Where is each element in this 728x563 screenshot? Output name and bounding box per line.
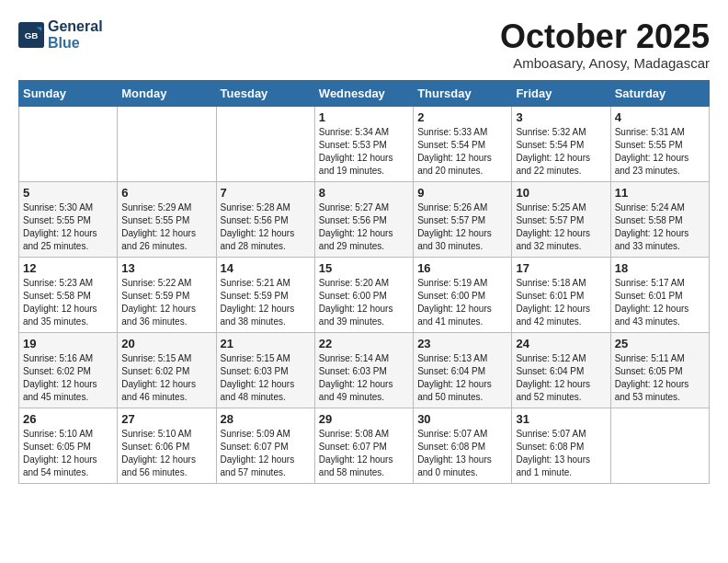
calendar-cell: 2Sunrise: 5:33 AM Sunset: 5:54 PM Daylig… [414, 106, 512, 181]
day-content: Sunrise: 5:07 AM Sunset: 6:08 PM Dayligh… [516, 428, 606, 479]
calendar-cell: 15Sunrise: 5:20 AM Sunset: 6:00 PM Dayli… [314, 257, 413, 332]
calendar-cell: 16Sunrise: 5:19 AM Sunset: 6:00 PM Dayli… [414, 257, 512, 332]
calendar-cell: 12Sunrise: 5:23 AM Sunset: 5:58 PM Dayli… [19, 257, 118, 332]
calendar-cell: 19Sunrise: 5:16 AM Sunset: 6:02 PM Dayli… [19, 332, 118, 408]
weekday-header-row: SundayMondayTuesdayWednesdayThursdayFrid… [19, 80, 710, 106]
calendar-cell: 4Sunrise: 5:31 AM Sunset: 5:55 PM Daylig… [610, 106, 709, 181]
calendar-cell: 14Sunrise: 5:21 AM Sunset: 5:59 PM Dayli… [216, 257, 314, 332]
day-content: Sunrise: 5:14 AM Sunset: 6:03 PM Dayligh… [319, 352, 409, 404]
calendar-cell: 20Sunrise: 5:15 AM Sunset: 6:02 PM Dayli… [118, 332, 216, 408]
calendar-cell: 25Sunrise: 5:11 AM Sunset: 6:05 PM Dayli… [610, 332, 709, 408]
logo: GB General Blue [18, 18, 103, 51]
day-content: Sunrise: 5:21 AM Sunset: 5:59 PM Dayligh… [221, 277, 311, 328]
day-number: 6 [121, 186, 211, 200]
location-subtitle: Amboasary, Anosy, Madagascar [500, 55, 710, 71]
logo-icon: GB [18, 22, 44, 48]
day-number: 3 [516, 110, 606, 124]
day-content: Sunrise: 5:15 AM Sunset: 6:03 PM Dayligh… [221, 352, 311, 404]
calendar-cell: 22Sunrise: 5:14 AM Sunset: 6:03 PM Dayli… [314, 332, 413, 408]
day-number: 27 [121, 412, 211, 426]
svg-text:GB: GB [25, 30, 39, 40]
day-content: Sunrise: 5:07 AM Sunset: 6:08 PM Dayligh… [417, 428, 507, 479]
day-content: Sunrise: 5:24 AM Sunset: 5:58 PM Dayligh… [615, 201, 705, 253]
day-number: 16 [417, 261, 507, 275]
calendar-cell: 23Sunrise: 5:13 AM Sunset: 6:04 PM Dayli… [414, 332, 512, 408]
day-content: Sunrise: 5:33 AM Sunset: 5:54 PM Dayligh… [417, 126, 507, 178]
day-number: 15 [319, 261, 409, 275]
calendar-title-area: October 2025 Amboasary, Anosy, Madagasca… [500, 18, 710, 71]
weekday-header-saturday: Saturday [610, 80, 709, 106]
weekday-header-thursday: Thursday [414, 80, 512, 106]
day-content: Sunrise: 5:12 AM Sunset: 6:04 PM Dayligh… [516, 352, 606, 404]
day-number: 4 [615, 110, 705, 124]
day-number: 31 [516, 412, 606, 426]
calendar-cell: 26Sunrise: 5:10 AM Sunset: 6:05 PM Dayli… [19, 408, 118, 483]
day-content: Sunrise: 5:09 AM Sunset: 6:07 PM Dayligh… [221, 428, 311, 479]
day-content: Sunrise: 5:10 AM Sunset: 6:05 PM Dayligh… [23, 428, 113, 479]
day-number: 30 [417, 412, 507, 426]
day-content: Sunrise: 5:27 AM Sunset: 5:56 PM Dayligh… [319, 201, 409, 253]
calendar-cell: 21Sunrise: 5:15 AM Sunset: 6:03 PM Dayli… [216, 332, 314, 408]
day-number: 17 [516, 261, 606, 275]
calendar-cell: 5Sunrise: 5:30 AM Sunset: 5:55 PM Daylig… [19, 181, 118, 257]
month-title: October 2025 [500, 18, 710, 55]
calendar-cell: 29Sunrise: 5:08 AM Sunset: 6:07 PM Dayli… [314, 408, 413, 483]
calendar-cell: 10Sunrise: 5:25 AM Sunset: 5:57 PM Dayli… [512, 181, 610, 257]
day-content: Sunrise: 5:34 AM Sunset: 5:53 PM Dayligh… [319, 126, 409, 178]
day-content: Sunrise: 5:28 AM Sunset: 5:56 PM Dayligh… [221, 201, 311, 253]
day-number: 18 [615, 261, 705, 275]
day-number: 12 [23, 261, 113, 275]
calendar-cell: 27Sunrise: 5:10 AM Sunset: 6:06 PM Dayli… [118, 408, 216, 483]
calendar-body: 1Sunrise: 5:34 AM Sunset: 5:53 PM Daylig… [19, 106, 710, 483]
day-number: 8 [319, 186, 409, 200]
calendar-cell: 9Sunrise: 5:26 AM Sunset: 5:57 PM Daylig… [414, 181, 512, 257]
calendar-week-row: 12Sunrise: 5:23 AM Sunset: 5:58 PM Dayli… [19, 257, 710, 332]
day-number: 22 [319, 337, 409, 350]
day-number: 10 [516, 186, 606, 200]
day-number: 7 [221, 186, 311, 200]
day-number: 5 [23, 186, 113, 200]
day-number: 13 [121, 261, 211, 275]
day-number: 21 [221, 337, 311, 350]
day-number: 1 [319, 110, 409, 124]
calendar-cell: 31Sunrise: 5:07 AM Sunset: 6:08 PM Dayli… [512, 408, 610, 483]
day-content: Sunrise: 5:15 AM Sunset: 6:02 PM Dayligh… [121, 352, 211, 404]
calendar-cell [19, 106, 118, 181]
day-content: Sunrise: 5:32 AM Sunset: 5:54 PM Dayligh… [516, 126, 606, 178]
day-content: Sunrise: 5:20 AM Sunset: 6:00 PM Dayligh… [319, 277, 409, 328]
calendar-cell: 6Sunrise: 5:29 AM Sunset: 5:55 PM Daylig… [118, 181, 216, 257]
calendar-cell [610, 408, 709, 483]
day-number: 9 [417, 186, 507, 200]
day-content: Sunrise: 5:13 AM Sunset: 6:04 PM Dayligh… [417, 352, 507, 404]
calendar-week-row: 1Sunrise: 5:34 AM Sunset: 5:53 PM Daylig… [19, 106, 710, 181]
day-content: Sunrise: 5:31 AM Sunset: 5:55 PM Dayligh… [615, 126, 705, 178]
day-number: 28 [221, 412, 311, 426]
calendar-cell: 18Sunrise: 5:17 AM Sunset: 6:01 PM Dayli… [610, 257, 709, 332]
calendar-cell: 28Sunrise: 5:09 AM Sunset: 6:07 PM Dayli… [216, 408, 314, 483]
day-number: 11 [615, 186, 705, 200]
calendar-cell: 3Sunrise: 5:32 AM Sunset: 5:54 PM Daylig… [512, 106, 610, 181]
day-content: Sunrise: 5:10 AM Sunset: 6:06 PM Dayligh… [121, 428, 211, 479]
day-content: Sunrise: 5:30 AM Sunset: 5:55 PM Dayligh… [23, 201, 113, 253]
day-content: Sunrise: 5:11 AM Sunset: 6:05 PM Dayligh… [615, 352, 705, 404]
day-number: 29 [319, 412, 409, 426]
logo-text-blue: Blue [48, 35, 103, 52]
day-content: Sunrise: 5:22 AM Sunset: 5:59 PM Dayligh… [121, 277, 211, 328]
calendar-cell [216, 106, 314, 181]
weekday-header-sunday: Sunday [19, 80, 118, 106]
calendar-cell [118, 106, 216, 181]
weekday-header-wednesday: Wednesday [314, 80, 413, 106]
calendar-cell: 1Sunrise: 5:34 AM Sunset: 5:53 PM Daylig… [314, 106, 413, 181]
calendar-cell: 8Sunrise: 5:27 AM Sunset: 5:56 PM Daylig… [314, 181, 413, 257]
calendar-week-row: 26Sunrise: 5:10 AM Sunset: 6:05 PM Dayli… [19, 408, 710, 483]
weekday-header-friday: Friday [512, 80, 610, 106]
day-content: Sunrise: 5:16 AM Sunset: 6:02 PM Dayligh… [23, 352, 113, 404]
day-number: 20 [121, 337, 211, 350]
logo-text-general: General [48, 18, 103, 35]
calendar-header: SundayMondayTuesdayWednesdayThursdayFrid… [19, 80, 710, 106]
calendar-cell: 11Sunrise: 5:24 AM Sunset: 5:58 PM Dayli… [610, 181, 709, 257]
calendar-cell: 13Sunrise: 5:22 AM Sunset: 5:59 PM Dayli… [118, 257, 216, 332]
calendar-table: SundayMondayTuesdayWednesdayThursdayFrid… [18, 80, 710, 484]
day-content: Sunrise: 5:17 AM Sunset: 6:01 PM Dayligh… [615, 277, 705, 328]
day-number: 19 [23, 337, 113, 350]
